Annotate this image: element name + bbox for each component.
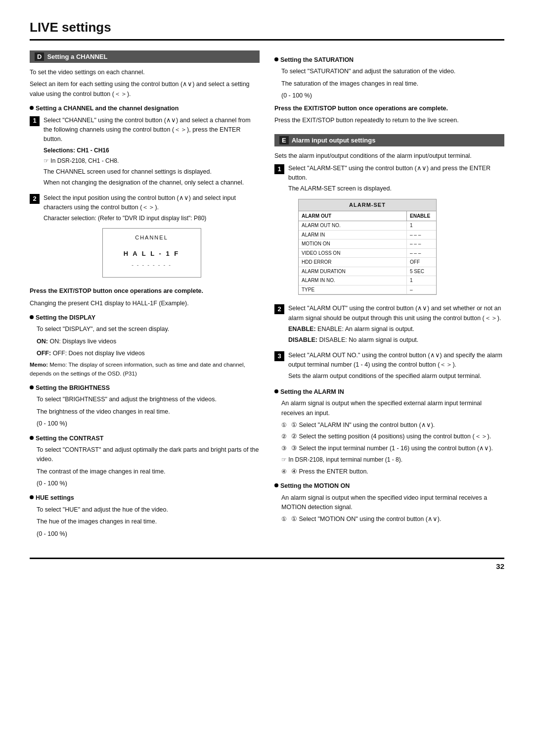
alarm-in-sub3-num: ③ [281, 444, 288, 453]
e-step-1-text: Select "ALARM-SET" using the control but… [288, 164, 504, 183]
page-title: LIVE settings [30, 20, 504, 41]
alarm-set-row: MOTION ON– – – [299, 239, 436, 249]
section-e-intro: Sets the alarm input/output conditions o… [274, 151, 504, 161]
motion-on-sub1: ① ① Select "MOTION ON" using the control… [274, 515, 504, 524]
step-1-selections: Selections: CH1 - CH16 [44, 146, 260, 155]
contrast-sub: To select "CONTRAST" and adjust optimall… [30, 445, 260, 465]
alarm-set-header: ALARM OUT ENABLE [299, 211, 436, 222]
alarm-rows-container: ALARM OUT NO.1ALARM IN– – –MOTION ON– – … [299, 221, 436, 294]
channel-box-value: H A L L - 1 F [103, 249, 201, 259]
alarm-row-value: – – – [406, 231, 436, 239]
example-note: Changing the present CH1 display to HALL… [30, 299, 260, 308]
alarm-in-desc: An alarm signal is output when the speci… [274, 399, 504, 418]
bullet-channel-heading: Setting a CHANNEL and the channel design… [30, 104, 260, 113]
step-1-desc: The CHANNEL screen used for channel sett… [44, 167, 260, 177]
e-step-3-text: Select "ALARM OUT NO." using the control… [288, 351, 504, 370]
step-1-note: ☞ In DSR-2108, CH1 - CH8. [44, 156, 260, 166]
motion-on-sub1-num: ① [281, 515, 288, 524]
contrast-desc: The contrast of the image changes in rea… [30, 467, 260, 476]
alarm-in-sub4: ④ ④ Press the ENTER button. [274, 467, 504, 476]
step-1-desc2: When not changing the designation of the… [44, 178, 260, 188]
press-exit-1: Press the EXIT/STOP button once operatio… [30, 286, 260, 296]
bullet-dot-motion-on [274, 483, 278, 487]
motion-on-sub1-text: ① Select "MOTION ON" using the control b… [291, 515, 441, 524]
hue-desc: The hue of the images changes in real ti… [30, 517, 260, 526]
alarm-in-sub3-text: ③ Select the input terminal number (1 - … [291, 444, 493, 453]
section-d-badge: D [35, 52, 44, 61]
e-step-1-desc: The ALARM-SET screen is displayed. [288, 184, 504, 193]
brightness-desc: The brightness of the video changes in r… [30, 407, 260, 417]
section-e-header: E Alarm input output settings [274, 134, 504, 146]
alarm-in-sub1-text: ① Select "ALARM IN" using the control bu… [291, 421, 435, 430]
bullet-dot-3 [30, 385, 34, 389]
e-step-3-desc: Sets the alarm output conditions of the … [288, 372, 504, 381]
step-2-block: 2 Select the input position using the co… [30, 193, 260, 283]
e-step-3-num: 3 [274, 351, 284, 361]
e-step-3-block: 3 Select "ALARM OUT NO." using the contr… [274, 351, 504, 382]
alarm-set-row: ALARM OUT NO.1 [299, 221, 436, 231]
alarm-row-value: – – – [406, 239, 436, 248]
display-off: OFF: OFF: Does not display live videos [30, 349, 260, 358]
alarm-row-label: HDD ERROR [299, 258, 406, 267]
alarm-set-row: TYPE– [299, 285, 436, 295]
saturation-desc: The saturation of the images changes in … [274, 79, 504, 89]
bullet-motion-on-heading: Setting the MOTION ON [274, 481, 504, 491]
e-step-2-content: Select "ALARM OUT" using the control but… [288, 304, 504, 347]
alarm-row-label: ALARM IN [299, 231, 406, 239]
section-d-intro2: Select an item for each setting using th… [30, 80, 260, 99]
alarm-set-row: HDD ERROROFF [299, 258, 436, 267]
section-d-intro: To set the video settings on each channe… [30, 68, 260, 77]
e-step-2-num: 2 [274, 304, 284, 314]
channel-box-dashes: - - - - - - - - [103, 261, 201, 269]
alarm-set-box: ALARM-SET ALARM OUT ENABLE ALARM OUT NO.… [298, 199, 437, 295]
step-1-content: Select "CHANNEL" using the control butto… [44, 116, 260, 189]
display-memo: Memo: Memo: The display of screen inform… [30, 361, 260, 378]
bullet-display-heading: Setting the DISPLAY [30, 313, 260, 323]
hue-range: (0 - 100 %) [30, 529, 260, 539]
bullet-brightness-heading: Setting the BRIGHTNESS [30, 383, 260, 393]
section-e-heading: Alarm input output settings [292, 137, 376, 144]
alarm-set-row: ALARM DURATION5 SEC [299, 267, 436, 277]
alarm-row-label: TYPE [299, 285, 406, 294]
saturation-sub: To select "SATURATION" and adjust the sa… [274, 67, 504, 76]
bullet-display-label: Setting the DISPLAY [36, 313, 95, 323]
alarm-in-sub1: ① ① Select "ALARM IN" using the control … [274, 421, 504, 430]
alarm-row-value: – [406, 285, 436, 294]
brightness-range: (0 - 100 %) [30, 419, 260, 428]
section-d-header: D Setting a CHANNEL [30, 50, 260, 63]
contrast-range: (0 - 100 %) [30, 479, 260, 488]
alarm-in-sub2-text: ② Select the setting position (4 positio… [291, 432, 491, 441]
hue-sub: To select "HUE" and adjust the hue of th… [30, 505, 260, 515]
motion-on-desc: An alarm signal is output when the speci… [274, 493, 504, 513]
bullet-hue-label: HUE settings [36, 493, 74, 503]
step-2-content: Select the input position using the cont… [44, 193, 260, 283]
alarm-set-title: ALARM-SET [299, 199, 436, 211]
step-2-char-sel: Character selection: (Refer to "DVR ID i… [44, 214, 260, 223]
display-sub: To select "DISPLAY", and set the screen … [30, 325, 260, 334]
step-1-text: Select "CHANNEL" using the control butto… [44, 116, 260, 144]
bullet-hue-heading: HUE settings [30, 493, 260, 503]
e-step-2-block: 2 Select "ALARM OUT" using the control b… [274, 304, 504, 347]
section-d-body: To set the video settings on each channe… [30, 68, 260, 539]
alarm-row-label: MOTION ON [299, 239, 406, 248]
alarm-in-sub4-num: ④ [281, 467, 288, 476]
section-e-badge: E [279, 136, 289, 144]
section-d-heading: Setting a CHANNEL [47, 53, 107, 60]
bullet-brightness-label: Setting the BRIGHTNESS [36, 383, 110, 393]
bullet-alarm-in-label: Setting the ALARM IN [280, 387, 344, 397]
alarm-row-value: – – – [406, 249, 436, 258]
bullet-motion-on-label: Setting the MOTION ON [280, 481, 350, 491]
alarm-row-label: ALARM IN NO. [299, 276, 406, 285]
left-column: D Setting a CHANNEL To set the video set… [30, 50, 260, 548]
alarm-in-sub1-num: ① [281, 421, 288, 430]
bullet-saturation-label: Setting the SATURATION [280, 55, 354, 65]
alarm-set-row: VIDEO LOSS ON– – – [299, 249, 436, 258]
alarm-in-sub3: ③ ③ Select the input terminal number (1 … [274, 444, 504, 453]
bullet-contrast-heading: Setting the CONTRAST [30, 434, 260, 443]
bullet-dot-1 [30, 106, 34, 110]
right-column: Setting the SATURATION To select "SATURA… [274, 50, 504, 548]
alarm-row-value: 1 [406, 221, 436, 230]
bullet-saturation-heading: Setting the SATURATION [274, 55, 504, 65]
alarm-row-value: OFF [406, 258, 436, 267]
e-step-2-text: Select "ALARM OUT" using the control but… [288, 304, 504, 323]
